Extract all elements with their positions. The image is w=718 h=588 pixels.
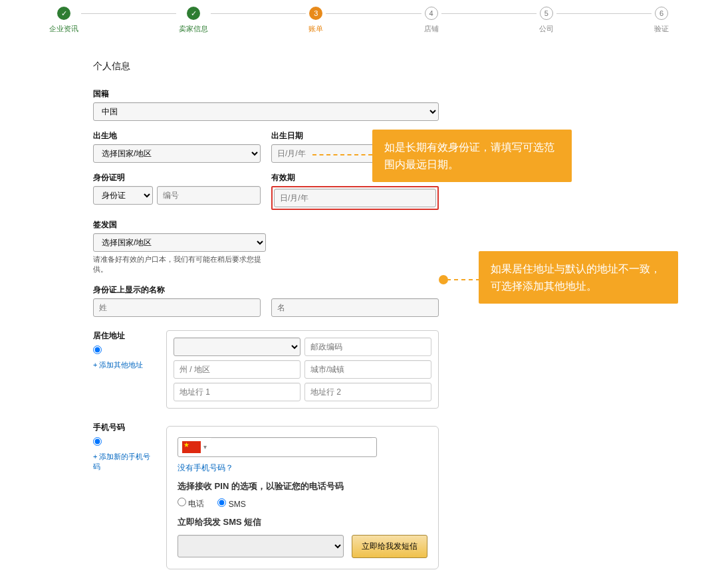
step-4: 4 店铺: [421, 7, 441, 34]
step-2: ✓ 卖家信息: [176, 7, 211, 34]
issuing-select[interactable]: 选择国家/地区: [93, 233, 266, 252]
add-address-link[interactable]: + 添加其他地址: [93, 360, 143, 370]
check-icon: ✓: [187, 7, 200, 20]
phone-input-wrapper: ▾: [178, 437, 377, 457]
phone-radio-default[interactable]: [93, 437, 102, 446]
id-name-label: 身份证上显示的名称: [93, 284, 439, 296]
pin-option-sms[interactable]: SMS: [217, 498, 245, 509]
pin-title: 选择接收 PIN 的选项，以验证您的电话号码: [178, 480, 427, 492]
check-icon: ✓: [57, 7, 70, 20]
birthplace-label: 出生地: [93, 130, 261, 142]
phone-number-input[interactable]: [211, 438, 372, 456]
chevron-down-icon[interactable]: ▾: [203, 443, 207, 450]
address-line1-input[interactable]: [174, 383, 300, 401]
address-fields-box: [166, 330, 439, 409]
issuing-helper: 请准备好有效的户口本，我们有可能在稍后要求您提供。: [93, 254, 266, 275]
sms-title: 立即给我发 SMS 短信: [178, 516, 427, 528]
birthplace-select[interactable]: 选择国家/地区: [93, 144, 261, 163]
phone-label: 手机号码: [93, 422, 153, 433]
no-phone-link[interactable]: 没有手机号码？: [178, 462, 233, 474]
id-label: 身份证明: [93, 172, 261, 183]
id-number-input[interactable]: [157, 186, 261, 205]
address-postal-input[interactable]: [304, 338, 431, 356]
step-number: 4: [425, 7, 438, 20]
step-label: 公司: [539, 24, 554, 34]
address-city-input[interactable]: [304, 360, 431, 379]
callout-connector-2: [447, 279, 480, 280]
step-label: 账单: [308, 24, 323, 34]
nationality-select[interactable]: 中国: [93, 102, 439, 121]
step-6: 6 验证: [652, 7, 671, 34]
step-1: ✓ 企业资讯: [47, 7, 81, 34]
step-label: 卖家信息: [179, 24, 208, 34]
surname-input[interactable]: [93, 298, 261, 317]
step-3-current: 3 账单: [306, 7, 326, 34]
callout-connector-1: [312, 154, 372, 155]
callout-expiry: 如是长期有效身份证，请填写可选范围内最远日期。: [372, 130, 572, 182]
given-name-input[interactable]: [271, 298, 439, 317]
step-number: 6: [655, 7, 668, 20]
issuing-label: 签发国: [93, 219, 266, 231]
address-country-select[interactable]: [174, 338, 300, 356]
progress-stepper: ✓ 企业资讯 ✓ 卖家信息 3 账单 4 店铺 5 公司 6 验证: [27, 0, 691, 47]
china-flag-icon: [182, 441, 201, 453]
address-radio-default[interactable]: [93, 345, 102, 354]
step-label: 企业资讯: [49, 24, 78, 34]
expiry-input[interactable]: [274, 189, 436, 207]
add-phone-link[interactable]: + 添加新的手机号码: [93, 452, 153, 472]
sms-language-select[interactable]: [178, 535, 344, 557]
address-line2-input[interactable]: [304, 383, 431, 401]
step-5: 5 公司: [537, 7, 556, 34]
step-label: 验证: [654, 24, 669, 34]
phone-box: ▾ 没有手机号码？ 选择接收 PIN 的选项，以验证您的电话号码 电话 SMS …: [166, 426, 439, 569]
address-state-input[interactable]: [174, 360, 300, 379]
send-sms-button[interactable]: 立即给我发短信: [352, 535, 427, 558]
address-label: 居住地址: [93, 330, 153, 342]
expiry-highlight: [271, 186, 439, 210]
callout-address: 如果居住地址与默认的地址不一致，可选择添加其他地址。: [479, 251, 678, 304]
id-type-select[interactable]: 身份证: [93, 186, 153, 205]
pin-option-phone[interactable]: 电话: [178, 498, 204, 510]
step-label: 店铺: [424, 24, 439, 34]
step-number: 3: [309, 7, 322, 20]
nationality-label: 国籍: [93, 88, 439, 100]
step-number: 5: [540, 7, 553, 20]
section-title: 个人信息: [93, 60, 439, 72]
